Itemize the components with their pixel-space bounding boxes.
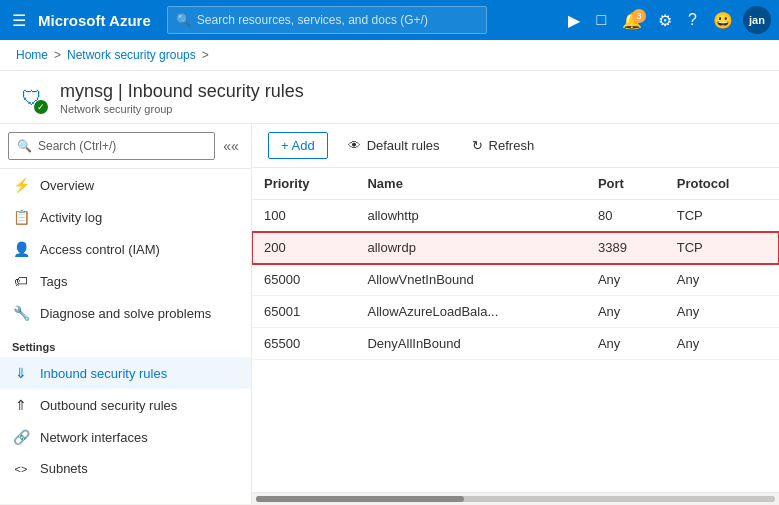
search-icon: 🔍 xyxy=(176,13,191,27)
search-placeholder: Search resources, services, and docs (G+… xyxy=(197,13,428,27)
cell-priority: 100 xyxy=(252,200,355,232)
sidebar-collapse-button[interactable]: «« xyxy=(219,134,243,158)
feedback-icon[interactable]: □ xyxy=(590,7,612,33)
toolbar: + Add 👁 Default rules ↻ Refresh xyxy=(252,124,779,168)
settings-icon[interactable]: ⚙ xyxy=(652,7,678,34)
page-header-text: mynsg | Inbound security rules Network s… xyxy=(60,81,304,115)
table-row[interactable]: 65001AllowAzureLoadBala...AnyAny xyxy=(252,296,779,328)
default-rules-button[interactable]: 👁 Default rules xyxy=(336,133,452,158)
scrollbar-thumb[interactable] xyxy=(256,496,464,502)
table-row[interactable]: 65500DenyAllInBoundAnyAny xyxy=(252,328,779,360)
topbar: ☰ Microsoft Azure 🔍 Search resources, se… xyxy=(0,0,779,40)
sidebar-item-access-control[interactable]: 👤 Access control (IAM) xyxy=(0,233,251,265)
resource-name: mynsg xyxy=(60,81,113,101)
page-title-label: Inbound security rules xyxy=(128,81,304,101)
help-icon[interactable]: ? xyxy=(682,7,703,33)
cell-priority: 65000 xyxy=(252,264,355,296)
avatar[interactable]: jan xyxy=(743,6,771,34)
scrollbar-track[interactable] xyxy=(256,496,775,502)
activity-log-icon: 📋 xyxy=(12,209,30,225)
emoji-icon[interactable]: 😀 xyxy=(707,7,739,34)
sidebar-item-tags[interactable]: 🏷 Tags xyxy=(0,265,251,297)
table-row[interactable]: 65000AllowVnetInBoundAnyAny xyxy=(252,264,779,296)
page-title: mynsg | Inbound security rules xyxy=(60,81,304,102)
sidebar-search[interactable]: 🔍 Search (Ctrl+/) xyxy=(8,132,215,160)
table-row[interactable]: 200allowrdp3389TCP xyxy=(252,232,779,264)
tags-icon: 🏷 xyxy=(12,273,30,289)
sidebar-item-label: Tags xyxy=(40,274,67,289)
diagnose-icon: 🔧 xyxy=(12,305,30,321)
sidebar-item-label: Diagnose and solve problems xyxy=(40,306,211,321)
cell-priority: 65001 xyxy=(252,296,355,328)
breadcrumb-nsg[interactable]: Network security groups xyxy=(67,48,196,62)
cell-port: Any xyxy=(586,264,665,296)
cell-protocol: TCP xyxy=(665,200,779,232)
main-layout: 🔍 Search (Ctrl+/) «« ⚡ Overview 📋 Activi… xyxy=(0,124,779,504)
inbound-icon: ⇓ xyxy=(12,365,30,381)
check-badge: ✓ xyxy=(34,100,48,114)
sidebar-item-label: Activity log xyxy=(40,210,102,225)
breadcrumb-home[interactable]: Home xyxy=(16,48,48,62)
sidebar-item-subnets[interactable]: <> Subnets xyxy=(0,453,251,484)
sidebar-item-label: Inbound security rules xyxy=(40,366,167,381)
cell-protocol: Any xyxy=(665,328,779,360)
global-search[interactable]: 🔍 Search resources, services, and docs (… xyxy=(167,6,487,34)
sidebar-item-network-interfaces[interactable]: 🔗 Network interfaces xyxy=(0,421,251,453)
outbound-icon: ⇑ xyxy=(12,397,30,413)
title-separator: | xyxy=(118,81,128,101)
cell-priority: 65500 xyxy=(252,328,355,360)
cell-port: 80 xyxy=(586,200,665,232)
topbar-icons: ▶ □ 🔔 3 ⚙ ? 😀 jan xyxy=(562,6,771,34)
horizontal-scrollbar[interactable] xyxy=(252,492,779,504)
sidebar-item-label: Outbound security rules xyxy=(40,398,177,413)
refresh-button[interactable]: ↻ Refresh xyxy=(460,133,547,158)
sidebar: 🔍 Search (Ctrl+/) «« ⚡ Overview 📋 Activi… xyxy=(0,124,252,504)
refresh-label: Refresh xyxy=(489,138,535,153)
sidebar-search-icon: 🔍 xyxy=(17,139,32,153)
cloud-shell-icon[interactable]: ▶ xyxy=(562,7,586,34)
cell-name: allowhttp xyxy=(355,200,585,232)
default-rules-label: Default rules xyxy=(367,138,440,153)
table-container: Priority Name Port Protocol 100allowhttp… xyxy=(252,168,779,492)
security-rules-table: Priority Name Port Protocol 100allowhttp… xyxy=(252,168,779,360)
sidebar-search-placeholder: Search (Ctrl+/) xyxy=(38,139,116,153)
sidebar-item-label: Access control (IAM) xyxy=(40,242,160,257)
azure-logo: Microsoft Azure xyxy=(38,12,151,29)
sidebar-item-label: Subnets xyxy=(40,461,88,476)
cell-name: AllowVnetInBound xyxy=(355,264,585,296)
hamburger-menu[interactable]: ☰ xyxy=(8,7,30,34)
sidebar-item-outbound[interactable]: ⇑ Outbound security rules xyxy=(0,389,251,421)
refresh-icon: ↻ xyxy=(472,138,483,153)
page-subtitle: Network security group xyxy=(60,103,304,115)
col-name: Name xyxy=(355,168,585,200)
cell-name: allowrdp xyxy=(355,232,585,264)
cell-priority: 200 xyxy=(252,232,355,264)
sidebar-item-inbound[interactable]: ⇓ Inbound security rules xyxy=(0,357,251,389)
sidebar-item-activity-log[interactable]: 📋 Activity log xyxy=(0,201,251,233)
notification-badge: 3 xyxy=(632,9,646,23)
add-button[interactable]: + Add xyxy=(268,132,328,159)
cell-protocol: Any xyxy=(665,264,779,296)
network-interfaces-icon: 🔗 xyxy=(12,429,30,445)
overview-icon: ⚡ xyxy=(12,177,30,193)
table-row[interactable]: 100allowhttp80TCP xyxy=(252,200,779,232)
sidebar-item-diagnose[interactable]: 🔧 Diagnose and solve problems xyxy=(0,297,251,329)
page-header: 🛡 ✓ mynsg | Inbound security rules Netwo… xyxy=(0,71,779,124)
col-port: Port xyxy=(586,168,665,200)
breadcrumb-sep2: > xyxy=(202,48,209,62)
subnets-icon: <> xyxy=(12,463,30,475)
eye-icon: 👁 xyxy=(348,138,361,153)
access-control-icon: 👤 xyxy=(12,241,30,257)
table-header-row: Priority Name Port Protocol xyxy=(252,168,779,200)
sidebar-search-row: 🔍 Search (Ctrl+/) «« xyxy=(0,124,251,169)
col-priority: Priority xyxy=(252,168,355,200)
cell-port: 3389 xyxy=(586,232,665,264)
sidebar-item-label: Overview xyxy=(40,178,94,193)
cell-protocol: TCP xyxy=(665,232,779,264)
cell-protocol: Any xyxy=(665,296,779,328)
notifications-icon[interactable]: 🔔 3 xyxy=(616,7,648,34)
sidebar-item-overview[interactable]: ⚡ Overview xyxy=(0,169,251,201)
breadcrumb: Home > Network security groups > xyxy=(0,40,779,71)
cell-name: DenyAllInBound xyxy=(355,328,585,360)
settings-section-label: Settings xyxy=(0,329,251,357)
